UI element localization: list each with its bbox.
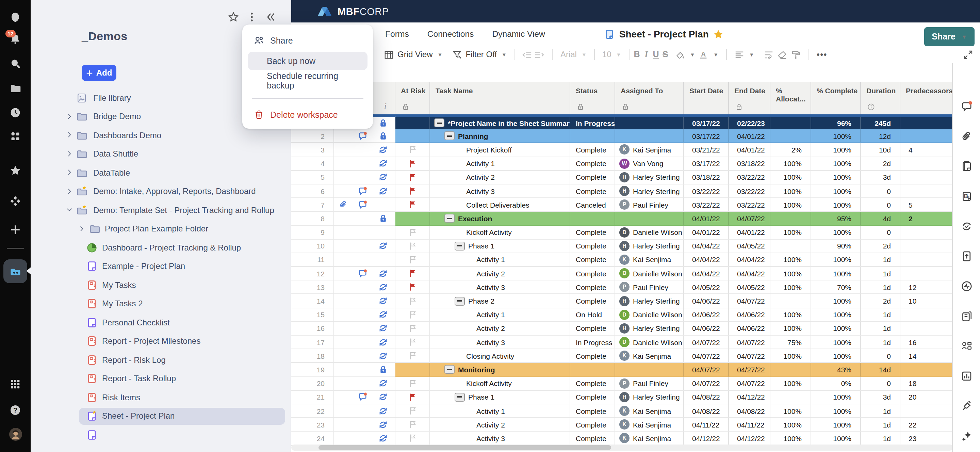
predecessors-cell[interactable]: 23 <box>900 432 953 446</box>
at-risk-cell[interactable] <box>395 322 430 336</box>
add-button[interactable]: Add <box>82 65 116 81</box>
assigned-to-cell[interactable]: DDanielle Wilson <box>615 336 684 349</box>
task-name-cell[interactable]: Activity 1 <box>430 253 570 267</box>
favorite-workspace-icon[interactable] <box>228 11 239 22</box>
predecessors-cell[interactable] <box>900 116 953 129</box>
chevron-right-icon[interactable] <box>78 225 85 232</box>
sync-icon[interactable] <box>379 337 388 347</box>
at-risk-cell[interactable] <box>395 239 430 253</box>
task-name-cell[interactable]: Kickoff Activity <box>430 377 570 390</box>
assigned-to-cell[interactable]: KKai Senjima <box>615 418 684 431</box>
allocation-cell[interactable]: 75% <box>770 336 811 349</box>
task-name-cell[interactable]: Phase 1 <box>430 391 570 404</box>
allocation-cell[interactable] <box>770 363 811 377</box>
column-header-task-name[interactable]: Task Name <box>430 82 570 115</box>
allocation-cell[interactable] <box>770 116 811 129</box>
flag-gray-icon[interactable] <box>408 145 417 154</box>
flag-gray-icon[interactable] <box>408 420 417 429</box>
column-header-status[interactable]: Status <box>570 82 615 115</box>
column-header-end-date[interactable]: End Date <box>729 82 770 115</box>
status-cell[interactable]: Complete <box>570 281 615 294</box>
row-number-cell[interactable]: 8 <box>291 212 334 226</box>
task-name-cell[interactable]: Activity 1 <box>430 404 570 418</box>
chevron-right-icon[interactable] <box>66 188 73 194</box>
sync-icon[interactable] <box>379 159 388 168</box>
start-date-cell[interactable]: 03/22/22 <box>684 198 729 212</box>
right-rail-ai-assistant-icon[interactable] <box>961 430 972 442</box>
at-risk-cell[interactable] <box>395 336 430 349</box>
predecessors-cell[interactable] <box>900 404 953 418</box>
font-size-select[interactable]: 10▼ <box>602 50 621 59</box>
task-name-cell[interactable]: Monitoring <box>430 363 570 377</box>
collapse-icon[interactable] <box>444 365 455 374</box>
comment-icon[interactable] <box>358 392 367 402</box>
allocation-cell[interactable]: 100% <box>770 198 811 212</box>
row-number-cell[interactable]: 2 <box>291 129 334 143</box>
duration-cell[interactable]: 1d <box>861 253 900 267</box>
right-rail-connections-icon[interactable] <box>961 400 972 412</box>
task-name-cell[interactable]: Activity 2 <box>430 171 570 185</box>
sidebar-item[interactable]: Dashboards Demo <box>30 126 291 145</box>
duration-cell[interactable]: 1d <box>861 404 900 418</box>
tab-dynamic-view[interactable]: Dynamic View <box>492 29 545 39</box>
end-date-cell[interactable]: 04/01/22 <box>729 129 770 143</box>
comment-icon[interactable] <box>358 131 367 141</box>
percent-complete-cell[interactable]: 70% <box>811 281 861 294</box>
duration-cell[interactable]: 2d <box>861 157 900 170</box>
percent-complete-cell[interactable]: 100% <box>811 198 861 212</box>
percent-complete-cell[interactable]: 100% <box>811 267 861 280</box>
status-cell[interactable]: Complete <box>570 171 615 185</box>
at-risk-cell[interactable] <box>395 157 430 170</box>
row-number-cell[interactable]: 13 <box>291 281 334 294</box>
status-cell[interactable]: Complete <box>570 143 615 157</box>
rail-item-apps[interactable] <box>0 379 30 390</box>
strikethrough-button[interactable]: S <box>660 50 670 59</box>
predecessors-cell[interactable] <box>900 185 953 198</box>
status-cell[interactable]: In Progress <box>570 116 615 129</box>
flag-gray-icon[interactable] <box>408 337 417 347</box>
status-cell[interactable]: Complete <box>570 267 615 280</box>
end-date-cell[interactable]: 04/07/22 <box>729 349 770 363</box>
status-cell[interactable]: Complete <box>570 185 615 198</box>
task-name-cell[interactable]: Closing Activity <box>430 349 570 363</box>
at-risk-cell[interactable] <box>395 143 430 157</box>
duration-cell[interactable]: 2d <box>861 239 900 253</box>
collapse-icon[interactable] <box>444 214 455 223</box>
row-number-cell[interactable]: 16 <box>291 322 334 336</box>
sync-icon[interactable] <box>379 186 388 196</box>
sidebar-item[interactable]: DataTable <box>30 163 291 182</box>
collapse-sidebar-icon[interactable] <box>265 11 275 22</box>
task-name-cell[interactable]: Activity 2 <box>430 322 570 336</box>
rail-item-notifications[interactable]: 12 <box>0 33 30 45</box>
predecessors-cell[interactable] <box>900 363 953 377</box>
right-rail-attachments-icon[interactable] <box>961 131 972 142</box>
end-date-cell[interactable]: 04/27/22 <box>729 363 770 377</box>
share-button[interactable]: Share▼ <box>924 27 975 46</box>
allocation-cell[interactable]: 100% <box>770 308 811 321</box>
allocation-cell[interactable]: 100% <box>770 322 811 336</box>
sidebar-item[interactable]: Demo: Intake, Approval, Reports, Dashboa… <box>30 182 291 201</box>
at-risk-cell[interactable] <box>395 171 430 185</box>
sidebar-item[interactable]: Report - Risk Log <box>30 350 291 369</box>
allocation-cell[interactable] <box>770 391 811 404</box>
duration-cell[interactable]: 1d <box>861 322 900 336</box>
sidebar-item[interactable]: Personal Checklist <box>30 313 291 332</box>
start-date-cell[interactable]: 03/22/22 <box>684 185 729 198</box>
end-date-cell[interactable]: 04/08/22 <box>729 404 770 418</box>
duration-cell[interactable]: 1d <box>861 267 900 280</box>
end-date-cell[interactable]: 04/05/22 <box>729 281 770 294</box>
workspace-menu-icon[interactable] <box>247 11 257 22</box>
end-date-cell[interactable]: 03/22/22 <box>729 185 770 198</box>
duration-cell[interactable]: 1d <box>861 432 900 446</box>
start-date-cell[interactable]: 04/01/22 <box>684 226 729 239</box>
row-number-cell[interactable]: 24 <box>291 432 334 446</box>
assigned-to-cell[interactable]: HHarley Sterling <box>615 185 684 198</box>
at-risk-cell[interactable] <box>395 281 430 294</box>
percent-complete-cell[interactable]: 100% <box>811 418 861 431</box>
at-risk-cell[interactable] <box>395 267 430 280</box>
at-risk-cell[interactable] <box>395 432 430 446</box>
favorite-sheet-icon[interactable] <box>714 29 724 39</box>
predecessors-cell[interactable]: 18 <box>900 377 953 390</box>
assigned-to-cell[interactable] <box>615 116 684 129</box>
sidebar-item[interactable] <box>30 425 291 444</box>
